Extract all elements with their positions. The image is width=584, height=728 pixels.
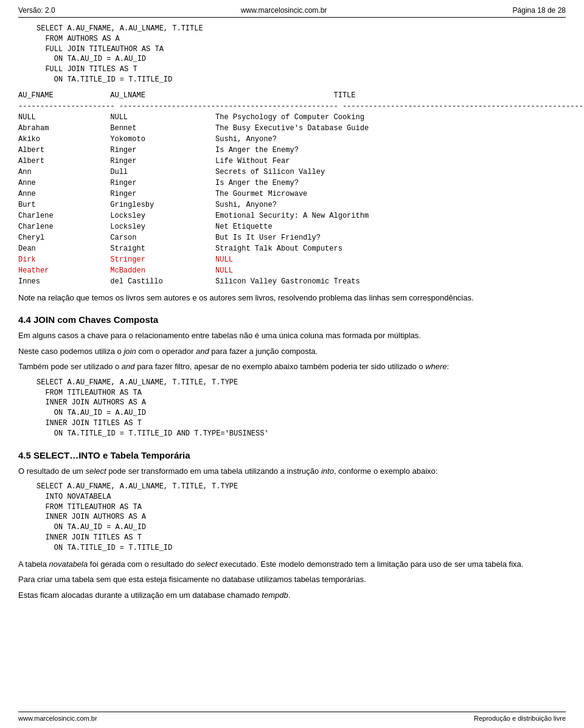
section-4-4-para1: Em alguns casos a chave para o relaciona… xyxy=(18,330,566,342)
header-url: www.marcelosincic.com.br xyxy=(241,6,327,15)
4-5-p1-italic: select xyxy=(86,466,106,476)
body1-italic: novatabela xyxy=(49,560,88,569)
footer-url: www.marcelosincic.com.br xyxy=(18,715,97,722)
body3-end: . xyxy=(288,591,291,600)
4-5-p1-rest: pode ser transformado em uma tabela util… xyxy=(106,466,321,476)
section-4-5-body-para3: Estas ficam alocadas durante a utilizaçã… xyxy=(18,589,566,601)
para3-end: : xyxy=(447,362,450,371)
section-4-4-para2: Neste caso podemos utiliza o join com o … xyxy=(18,345,566,358)
top-sql-code: SELECT A.AU_FNAME, A.AU_LNAME, T.TITLE F… xyxy=(36,24,566,85)
note-text: Note na relação que temos os livros sem … xyxy=(18,292,566,304)
para3-italic2: where xyxy=(425,362,447,371)
4-5-p1-end: , conforme o exemplo abaixo: xyxy=(334,466,438,476)
section-4-4-para3: Também pode ser utilizado o and para faz… xyxy=(18,361,566,373)
body1-italic2: select xyxy=(196,560,217,569)
section-4-5-body-para1: A tabela novatabela foi gerada com o res… xyxy=(18,558,566,570)
page: Versão: 2.0 www.marcelosincic.com.br Pág… xyxy=(0,0,584,728)
para2-italic: join xyxy=(123,347,136,356)
code-4-5: SELECT A.AU_FNAME, A.AU_LNAME, T.TITLE, … xyxy=(36,482,566,553)
section-4-5-heading: 4.5 SELECT…INTO e Tabela Temporária xyxy=(18,450,566,460)
code-4-4: SELECT A.AU_FNAME, A.AU_LNAME, T.TITLE, … xyxy=(36,378,566,439)
para2-text: Neste caso podemos utiliza o xyxy=(18,347,123,356)
section-4-5-para1: O resultado de um select pode ser transf… xyxy=(18,465,566,477)
para3-mid: para fazer filtro, apesar de no exemplo … xyxy=(135,362,426,371)
header-page: Página 18 de 28 xyxy=(513,6,566,15)
footer-rights: Reprodução e distribuição livre xyxy=(474,715,566,722)
para2-rest2: para fazer a junção composta. xyxy=(209,347,318,356)
page-footer: www.marcelosincic.com.br Reprodução e di… xyxy=(18,712,566,722)
para3-start: Também pode ser utilizado o xyxy=(18,362,122,371)
body3-italic: tempdb xyxy=(262,591,288,600)
para2-rest: com o operador xyxy=(136,347,196,356)
body1-end: executado. Este modelo demonstrado tem a… xyxy=(217,560,523,569)
body3-start: Estas ficam alocadas durante a utilizaçã… xyxy=(18,591,262,600)
para3-italic: and xyxy=(122,362,135,371)
para2-italic2: and xyxy=(196,347,209,356)
page-header: Versão: 2.0 www.marcelosincic.com.br Pág… xyxy=(18,6,566,18)
results-table: AU_FNAME AU_LNAME TITLE ----------------… xyxy=(18,90,566,287)
body1-mid: foi gerada com o resultado do xyxy=(88,560,196,569)
section-4-4-heading: 4.4 JOIN com Chaves Composta xyxy=(18,314,566,325)
4-5-p1-italic2: into xyxy=(321,466,334,476)
header-version: Versão: 2.0 xyxy=(18,6,55,15)
section-4-5-body-para2: Para criar uma tabela sem que esta estej… xyxy=(18,574,566,586)
4-5-p1-start: O resultado de um xyxy=(18,466,86,476)
body1-start: A tabela xyxy=(18,560,49,569)
